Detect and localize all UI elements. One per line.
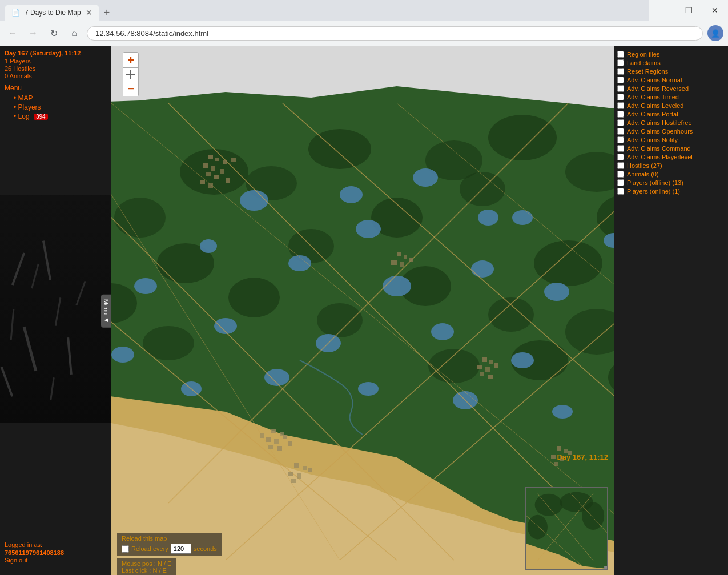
map-bullet: • bbox=[14, 94, 18, 102]
layer-label-adv-claims-reversed[interactable]: Adv. Claims Reversed bbox=[627, 85, 689, 92]
layer-checkbox-adv-claims-leveled[interactable] bbox=[617, 102, 624, 109]
layer-label-adv-claims-notify[interactable]: Adv. Claims Notify bbox=[627, 136, 678, 143]
layer-list: Region filesLand claimsReset RegionsAdv.… bbox=[617, 51, 725, 195]
layer-checkbox-region-files[interactable] bbox=[617, 51, 624, 58]
layer-label-adv-claims-hostilefree[interactable]: Adv. Claims Hostilefree bbox=[627, 119, 692, 126]
layer-label-players-offline[interactable]: Players (offline) (13) bbox=[627, 179, 683, 186]
menu-item-log[interactable]: • Log 394 bbox=[14, 112, 107, 120]
layer-label-adv-claims-portal[interactable]: Adv. Claims Portal bbox=[627, 111, 678, 118]
layer-label-hostiles[interactable]: Hostiles (27) bbox=[627, 162, 662, 169]
address-input[interactable] bbox=[95, 29, 694, 38]
log-link[interactable]: Log bbox=[18, 112, 30, 120]
svg-rect-89 bbox=[271, 429, 276, 433]
new-tab-button[interactable]: + bbox=[99, 7, 115, 19]
reload-checkbox[interactable] bbox=[122, 545, 129, 553]
svg-point-33 bbox=[288, 255, 311, 271]
layer-item-adv-claims-notify: Adv. Claims Notify bbox=[617, 136, 725, 143]
svg-rect-77 bbox=[397, 252, 401, 256]
layer-checkbox-animals[interactable] bbox=[617, 171, 624, 178]
layer-checkbox-land-claims[interactable] bbox=[617, 59, 624, 66]
layer-label-adv-claims-playerlevel[interactable]: Adv. Claims Playerlevel bbox=[627, 154, 693, 160]
left-sidebar: Day 167 (Saturday), 11:12 1 Players 26 H… bbox=[0, 46, 111, 575]
close-button[interactable]: ✕ bbox=[702, 1, 728, 19]
svg-point-114 bbox=[528, 515, 548, 540]
map-bottom-bar: Reload this map Reload every seconds Mou… bbox=[111, 533, 522, 575]
layer-item-adv-claims-hostilefree: Adv. Claims Hostilefree bbox=[617, 119, 725, 126]
maximize-button[interactable]: ❐ bbox=[675, 1, 702, 19]
svg-rect-86 bbox=[494, 363, 498, 368]
layer-checkbox-hostiles[interactable] bbox=[617, 162, 624, 169]
layer-label-animals[interactable]: Animals (0) bbox=[627, 171, 659, 178]
layer-checkbox-reset-regions[interactable] bbox=[617, 68, 624, 75]
layer-label-adv-claims-leveled[interactable]: Adv. Claims Leveled bbox=[627, 102, 683, 109]
layer-checkbox-adv-claims-normal[interactable] bbox=[617, 77, 624, 83]
home-button[interactable]: ⌂ bbox=[66, 25, 82, 41]
sign-out-link[interactable]: Sign out bbox=[5, 557, 27, 564]
svg-point-34 bbox=[383, 276, 411, 296]
forward-button[interactable]: → bbox=[25, 25, 41, 41]
profile-button[interactable]: 👤 bbox=[707, 25, 723, 41]
svg-rect-79 bbox=[391, 260, 397, 265]
layer-label-adv-claims-openhours[interactable]: Adv. Claims Openhours bbox=[627, 128, 693, 135]
layer-checkbox-adv-claims-reversed[interactable] bbox=[617, 85, 624, 92]
mouse-pos-panel: Mouse pos : N / E Last click : N / E bbox=[117, 558, 176, 575]
svg-rect-102 bbox=[308, 468, 312, 472]
layer-checkbox-adv-claims-openhours[interactable] bbox=[617, 128, 624, 135]
svg-rect-69 bbox=[223, 160, 227, 164]
layer-item-land-claims: Land claims bbox=[617, 59, 725, 66]
players-bullet: • bbox=[14, 103, 18, 111]
menu-item-players[interactable]: • Players bbox=[14, 103, 107, 111]
svg-rect-74 bbox=[200, 180, 205, 184]
side-menu-tab[interactable]: Menu ◄ bbox=[101, 294, 111, 328]
reload-seconds-input[interactable] bbox=[171, 544, 191, 554]
svg-point-31 bbox=[478, 210, 498, 226]
svg-rect-103 bbox=[291, 479, 296, 483]
layer-checkbox-adv-claims-notify[interactable] bbox=[617, 136, 624, 143]
layer-label-adv-claims-normal[interactable]: Adv. Claims Normal bbox=[627, 77, 682, 83]
zoom-in-button[interactable]: + bbox=[123, 53, 138, 67]
reload-title: Reload this map bbox=[122, 535, 217, 542]
layer-label-adv-claims-command[interactable]: Adv. Claims Command bbox=[627, 145, 691, 152]
log-badge: 394 bbox=[34, 114, 48, 120]
svg-rect-78 bbox=[404, 255, 407, 259]
address-bar[interactable] bbox=[87, 26, 703, 41]
back-button[interactable]: ← bbox=[5, 25, 21, 41]
svg-point-11 bbox=[114, 198, 166, 238]
layer-item-players-offline: Players (offline) (13) bbox=[617, 179, 725, 186]
layer-label-adv-claims-timed[interactable]: Adv. Claims Timed bbox=[627, 94, 679, 100]
layer-checkbox-players-offline[interactable] bbox=[617, 179, 624, 186]
layer-checkbox-adv-claims-command[interactable] bbox=[617, 145, 624, 152]
map-link[interactable]: MAP bbox=[18, 94, 33, 102]
zoom-out-button[interactable]: − bbox=[123, 81, 138, 96]
menu-item-map[interactable]: • MAP bbox=[14, 94, 107, 102]
layer-checkbox-players-online[interactable] bbox=[617, 188, 624, 195]
mouse-pos: Mouse pos : N / E bbox=[122, 560, 171, 567]
side-menu-label: Menu ◄ bbox=[103, 299, 110, 323]
layer-checkbox-adv-claims-timed[interactable] bbox=[617, 94, 624, 100]
layer-label-reset-regions[interactable]: Reset Regions bbox=[627, 68, 668, 75]
log-bullet: • bbox=[14, 112, 18, 120]
layer-label-players-online[interactable]: Players (online) (1) bbox=[627, 188, 680, 195]
layer-label-land-claims[interactable]: Land claims bbox=[627, 59, 661, 66]
layer-item-animals: Animals (0) bbox=[617, 171, 725, 178]
layer-label-region-files[interactable]: Region files bbox=[627, 51, 659, 58]
map-area[interactable]: +− Day 167, 11:12 bbox=[111, 46, 614, 575]
players-count: 1 Players bbox=[5, 58, 107, 65]
layer-item-adv-claims-timed: Adv. Claims Timed bbox=[617, 94, 725, 100]
tab-close-btn[interactable]: ✕ bbox=[86, 8, 92, 17]
tab-favicon: 📄 bbox=[11, 9, 20, 17]
layer-checkbox-adv-claims-portal[interactable] bbox=[617, 111, 624, 118]
layer-checkbox-adv-claims-hostilefree[interactable] bbox=[617, 119, 624, 126]
players-link[interactable]: Players bbox=[18, 103, 41, 111]
svg-point-13 bbox=[534, 240, 602, 286]
svg-point-47 bbox=[358, 382, 379, 396]
svg-point-22 bbox=[228, 278, 280, 317]
refresh-button[interactable]: ↻ bbox=[46, 25, 62, 41]
day-info-overlay: Day 167, 11:12 bbox=[557, 453, 608, 461]
browser-tab[interactable]: 📄 7 Days to Die Map ✕ bbox=[5, 5, 99, 21]
svg-point-113 bbox=[582, 502, 604, 530]
svg-point-6 bbox=[308, 129, 371, 169]
minimize-button[interactable]: — bbox=[649, 1, 675, 19]
layer-checkbox-adv-claims-playerlevel[interactable] bbox=[617, 154, 624, 160]
svg-point-4 bbox=[180, 149, 248, 195]
